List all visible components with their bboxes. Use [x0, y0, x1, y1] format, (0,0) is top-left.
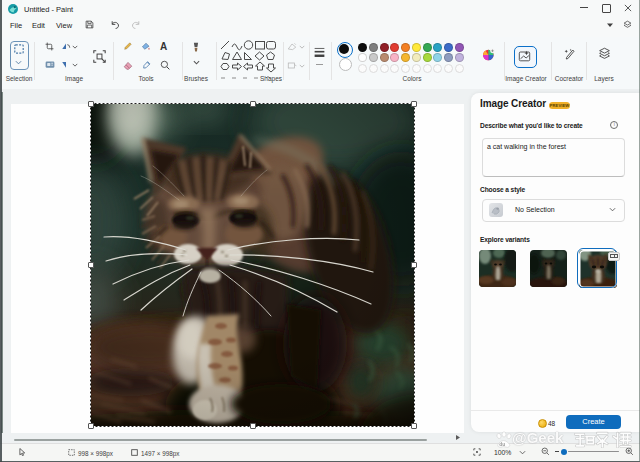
svg-text:du: du [499, 441, 505, 447]
